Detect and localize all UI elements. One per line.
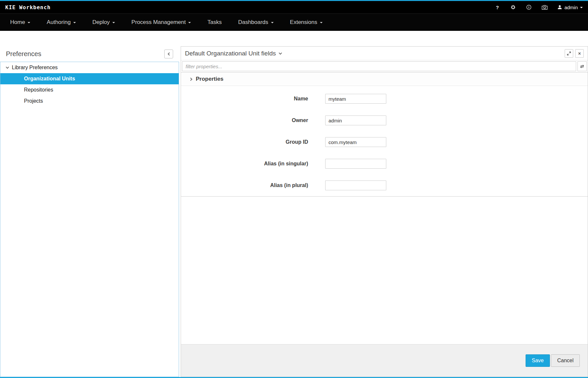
chevron-down-icon xyxy=(28,22,30,23)
close-button[interactable]: × xyxy=(575,49,584,58)
chevron-right-icon xyxy=(189,77,192,81)
chevron-down-icon xyxy=(279,51,282,54)
chevron-down-icon xyxy=(73,22,76,23)
help-icon[interactable]: ? xyxy=(494,4,500,10)
nav-label: Deploy xyxy=(92,19,110,26)
chevron-down-icon xyxy=(112,22,115,23)
tree-item-label: Projects xyxy=(24,98,43,104)
preferences-header: Preferences xyxy=(0,46,179,62)
maximize-button[interactable] xyxy=(565,49,573,58)
nav-label: Authoring xyxy=(47,19,71,26)
editor-title-menu[interactable]: Default Organizational Unit fields xyxy=(185,50,282,57)
name-label: Name xyxy=(181,96,308,102)
filter-bar xyxy=(181,60,588,73)
user-icon xyxy=(557,5,562,10)
tree-root-label: Library Preferences xyxy=(12,65,58,71)
editor-title: Default Organizational Unit fields xyxy=(185,50,276,57)
collapse-panel-button[interactable] xyxy=(164,50,173,58)
cancel-button[interactable]: Cancel xyxy=(551,354,580,367)
tree-root-library-preferences[interactable]: Library Preferences xyxy=(0,62,179,73)
nav-item-extensions[interactable]: Extensions xyxy=(282,14,331,31)
nav-label: Home xyxy=(10,19,25,26)
save-button[interactable]: Save xyxy=(526,354,550,367)
nav-item-home[interactable]: Home xyxy=(2,14,38,31)
brand-logo: KIE Workbench xyxy=(5,4,51,10)
tree-item-label: Repositories xyxy=(24,87,53,93)
editor-header: Default Organizational Unit fields × xyxy=(181,47,588,60)
nav-item-dashboards[interactable]: Dashboards xyxy=(230,14,282,31)
masthead-actions: ? admin xyxy=(494,4,583,10)
info-icon[interactable] xyxy=(526,4,532,10)
tree-item-organizational-units[interactable]: Organizational Units xyxy=(0,73,179,84)
nav-label: Process Management xyxy=(131,19,186,26)
gear-icon[interactable] xyxy=(510,4,516,10)
refresh-button[interactable] xyxy=(577,61,587,71)
owner-field[interactable] xyxy=(325,116,386,125)
form-row: Alias (in singular) xyxy=(181,159,588,169)
nav-label: Tasks xyxy=(207,19,221,26)
section-properties[interactable]: Properties xyxy=(181,73,588,86)
preferences-tree: Library Preferences Organizational Units… xyxy=(0,62,179,377)
nav-item-process-management[interactable]: Process Management xyxy=(123,14,199,31)
alias-plural-field[interactable] xyxy=(325,180,386,190)
tree-item-label: Organizational Units xyxy=(24,76,75,82)
chevron-down-icon xyxy=(6,66,9,69)
editor-header-buttons: × xyxy=(565,49,584,58)
expand-icon xyxy=(567,52,571,55)
chevron-down-icon xyxy=(271,22,274,23)
chevron-down-icon xyxy=(188,22,191,23)
swap-arrows-icon xyxy=(580,64,584,69)
alias-singular-label: Alias (in singular) xyxy=(181,161,308,167)
masthead: KIE Workbench ? admin xyxy=(0,1,588,13)
group-id-field[interactable] xyxy=(325,137,386,147)
properties-form: Name Owner Group ID Alias (in singular) … xyxy=(181,86,588,197)
form-row: Group ID xyxy=(181,137,588,147)
editor-empty-area xyxy=(181,197,588,344)
tree-item-repositories[interactable]: Repositories xyxy=(0,84,179,95)
nav-item-authoring[interactable]: Authoring xyxy=(38,14,84,31)
form-row: Alias (in plural) xyxy=(181,180,588,190)
form-footer: Save Cancel xyxy=(181,344,588,377)
name-field[interactable] xyxy=(325,94,386,104)
nav-item-deploy[interactable]: Deploy xyxy=(84,14,123,31)
user-name: admin xyxy=(564,5,578,10)
nav-label: Extensions xyxy=(290,19,317,26)
camera-icon[interactable] xyxy=(542,4,548,10)
group-id-label: Group ID xyxy=(181,139,308,145)
chevron-down-icon xyxy=(580,7,583,8)
nav-label: Dashboards xyxy=(238,19,268,26)
close-icon: × xyxy=(578,51,581,56)
owner-label: Owner xyxy=(181,117,308,123)
top-accent-line xyxy=(0,0,588,1)
section-label: Properties xyxy=(196,76,223,82)
chevron-down-icon xyxy=(320,22,323,23)
alias-plural-label: Alias (in plural) xyxy=(181,182,308,188)
form-row: Owner xyxy=(181,116,588,125)
filter-input[interactable] xyxy=(182,61,576,71)
workspace: Preferences Library Preferences Organiza… xyxy=(0,31,588,377)
primary-nav: Home Authoring Deploy Process Management… xyxy=(0,13,588,31)
nav-item-tasks[interactable]: Tasks xyxy=(199,14,230,31)
user-menu[interactable]: admin xyxy=(557,5,583,10)
alias-singular-field[interactable] xyxy=(325,159,386,169)
chevron-left-icon xyxy=(168,52,171,56)
tree-item-projects[interactable]: Projects xyxy=(0,95,179,107)
preferences-title: Preferences xyxy=(6,50,41,58)
editor-panel: Default Organizational Unit fields × Pro… xyxy=(181,46,588,377)
form-row: Name xyxy=(181,94,588,104)
preferences-panel: Preferences Library Preferences Organiza… xyxy=(0,46,179,377)
